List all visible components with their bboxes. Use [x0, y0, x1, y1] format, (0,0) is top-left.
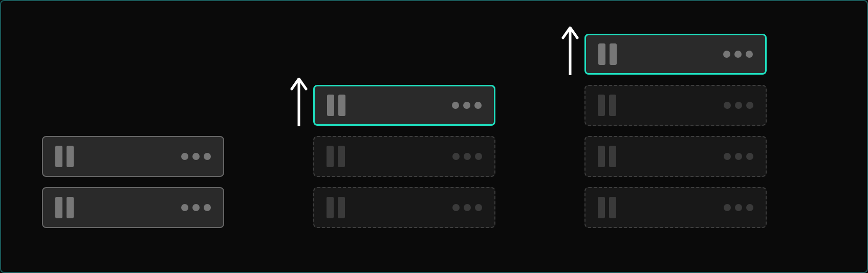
server-dots-icon — [181, 204, 211, 211]
stage-2-column — [313, 85, 495, 228]
server-bars-icon — [598, 43, 617, 65]
server-unit-ghost — [313, 136, 495, 177]
server-dots-icon — [724, 102, 753, 109]
server-dots-icon — [452, 102, 482, 109]
server-unit-ghost — [584, 85, 767, 126]
server-bars-icon — [55, 197, 74, 218]
server-unit — [42, 136, 224, 177]
server-unit-ghost — [313, 187, 495, 228]
server-unit-new — [313, 85, 495, 126]
server-unit-ghost — [584, 136, 767, 177]
server-bars-icon — [598, 197, 616, 218]
server-dots-icon — [724, 204, 753, 211]
server-dots-icon — [452, 204, 482, 211]
server-unit-new — [584, 34, 767, 75]
server-bars-icon — [327, 95, 345, 116]
stage-1-column — [42, 136, 224, 228]
server-unit-ghost — [584, 187, 767, 228]
server-dots-icon — [181, 153, 211, 160]
server-dots-icon — [723, 51, 753, 58]
scaling-diagram — [1, 1, 867, 272]
scale-up-arrow-icon — [560, 27, 580, 75]
server-bars-icon — [598, 95, 616, 116]
scale-up-arrow-icon — [289, 78, 309, 126]
server-bars-icon — [327, 197, 345, 218]
server-dots-icon — [452, 153, 482, 160]
server-dots-icon — [724, 153, 753, 160]
server-unit — [42, 187, 224, 228]
server-bars-icon — [55, 146, 74, 167]
stage-3-column — [584, 34, 767, 228]
server-bars-icon — [598, 146, 616, 167]
server-bars-icon — [327, 146, 345, 167]
